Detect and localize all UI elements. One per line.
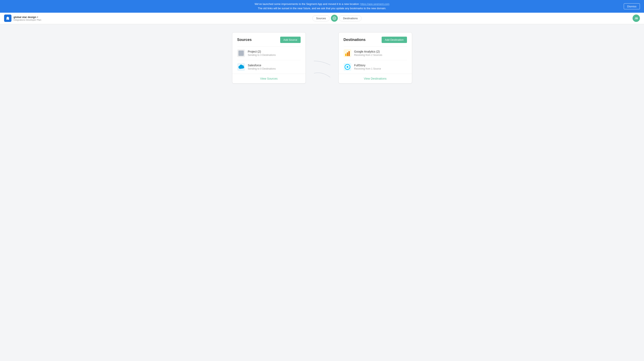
sources-list: Project (2) Sending to 3 Destinations Sa…	[232, 46, 306, 74]
banner-link[interactable]: https://app.segment.com	[360, 3, 390, 6]
source-project-sub: Sending to 3 Destinations	[248, 54, 301, 57]
sources-card: Sources Add Source Project (2) Sending t…	[232, 32, 306, 84]
fullstory-dot-icon	[347, 66, 348, 68]
ga-bar-3	[348, 51, 350, 56]
add-source-button[interactable]: Add Source	[280, 37, 301, 43]
source-salesforce-info: Salesforce Sending to 0 Destinations	[248, 64, 301, 70]
destination-ga-name: Google Analytics (2)	[354, 50, 407, 53]
svg-point-0	[333, 17, 336, 20]
destinations-card-footer: View Destinations	[339, 74, 412, 83]
source-salesforce-name: Salesforce	[248, 64, 301, 67]
nav-destinations-pill: Destinations	[339, 15, 362, 21]
add-destination-button[interactable]: Add Destination	[382, 37, 407, 43]
navbar: global star design ▾ Integrations Develo…	[0, 13, 644, 24]
segment-logo-icon	[331, 15, 338, 22]
project-icon-shape	[238, 51, 244, 56]
nav-sources-tab[interactable]: Sources	[312, 16, 330, 21]
salesforce-cloud-icon	[238, 64, 244, 70]
sources-card-header: Sources Add Source	[232, 33, 306, 46]
destinations-card: Destinations Add Destination Google Anal…	[338, 32, 412, 84]
navbar-center: Sources Destinations	[41, 15, 632, 22]
source-project-info: Project (2) Sending to 3 Destinations	[248, 50, 301, 57]
brand-chevron-icon: ▾	[37, 16, 38, 18]
announcement-banner: We've launched some improvements to the …	[0, 0, 644, 13]
destination-fullstory-name: FullStory	[354, 64, 407, 67]
connector-lines	[314, 49, 330, 90]
destination-fullstory-sub: Receiving from 1 Source	[354, 67, 407, 70]
ga-bar-2	[347, 52, 348, 56]
brand-plan-label: Integrations Developer Plan	[14, 19, 41, 21]
destinations-list: Google Analytics (2) Receiving from 2 So…	[339, 46, 412, 74]
brand-name-text: global star design	[14, 16, 36, 19]
fullstory-ring-icon	[344, 64, 350, 70]
destination-fullstory-info: FullStory Receiving from 1 Source	[354, 64, 407, 70]
home-icon	[6, 16, 10, 20]
user-avatar[interactable]: JB	[632, 15, 640, 22]
salesforce-icon	[237, 63, 245, 71]
ga-bar-1	[345, 54, 346, 56]
nav-pill: Sources	[312, 15, 330, 21]
sources-card-title: Sources	[237, 38, 252, 42]
destination-item-ga[interactable]: Google Analytics (2) Receiving from 2 So…	[344, 46, 407, 60]
destination-ga-info: Google Analytics (2) Receiving from 2 So…	[354, 50, 407, 57]
brand-section: global star design ▾ Integrations Develo…	[4, 15, 41, 22]
brand-name-label[interactable]: global star design ▾	[14, 16, 41, 19]
nav-destinations-tab[interactable]: Destinations	[339, 16, 361, 21]
segment-icon	[332, 16, 336, 20]
brand-logo-icon	[4, 15, 12, 22]
destinations-card-header: Destinations Add Destination	[339, 33, 412, 46]
source-salesforce-sub: Sending to 0 Destinations	[248, 67, 301, 70]
connector-area	[314, 32, 330, 49]
destination-item-fullstory[interactable]: FullStory Receiving from 1 Source	[344, 60, 407, 74]
navbar-right: JB	[632, 15, 640, 22]
fullstory-icon	[344, 63, 351, 71]
destination-ga-sub: Receiving from 2 Sources	[354, 54, 407, 57]
source-project-name: Project (2)	[248, 50, 301, 53]
ga-bars-icon	[345, 50, 350, 56]
destinations-card-title: Destinations	[344, 38, 366, 42]
brand-info: global star design ▾ Integrations Develo…	[14, 16, 41, 21]
source-item-project[interactable]: Project (2) Sending to 3 Destinations	[237, 46, 301, 60]
banner-text-2: The old links will be sunset in the near…	[258, 7, 386, 10]
project-icon	[237, 49, 245, 57]
view-sources-link[interactable]: View Sources	[260, 77, 278, 80]
banner-text-1: We've launched some improvements to the …	[254, 3, 360, 6]
sources-card-footer: View Sources	[232, 74, 306, 83]
google-analytics-icon	[344, 49, 351, 57]
view-destinations-link[interactable]: View Destinations	[364, 77, 386, 80]
dismiss-button[interactable]: Dismiss	[624, 3, 640, 9]
source-item-salesforce[interactable]: Salesforce Sending to 0 Destinations	[237, 60, 301, 74]
main-content: Sources Add Source Project (2) Sending t…	[200, 24, 445, 92]
